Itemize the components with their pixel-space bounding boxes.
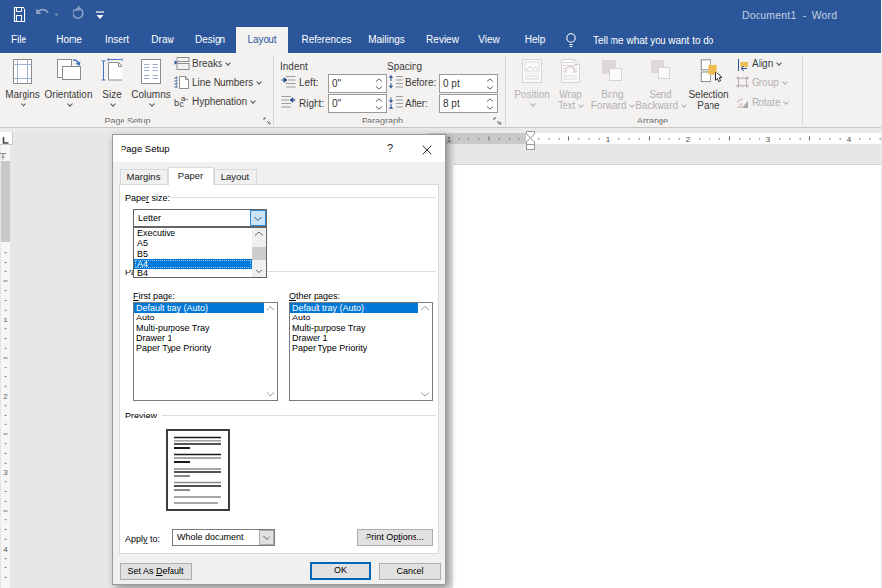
svg-text:1: 1 bbox=[447, 135, 452, 144]
svg-text:2: 2 bbox=[3, 392, 8, 401]
svg-text:4: 4 bbox=[847, 135, 852, 144]
svg-text:4: 4 bbox=[3, 545, 8, 554]
svg-text:a-: a- bbox=[181, 94, 188, 103]
svg-text:1: 1 bbox=[606, 135, 611, 144]
svg-text:1: 1 bbox=[3, 316, 8, 324]
svg-text:3: 3 bbox=[766, 135, 771, 144]
svg-text:2: 2 bbox=[686, 135, 691, 144]
svg-text:3: 3 bbox=[3, 468, 8, 477]
